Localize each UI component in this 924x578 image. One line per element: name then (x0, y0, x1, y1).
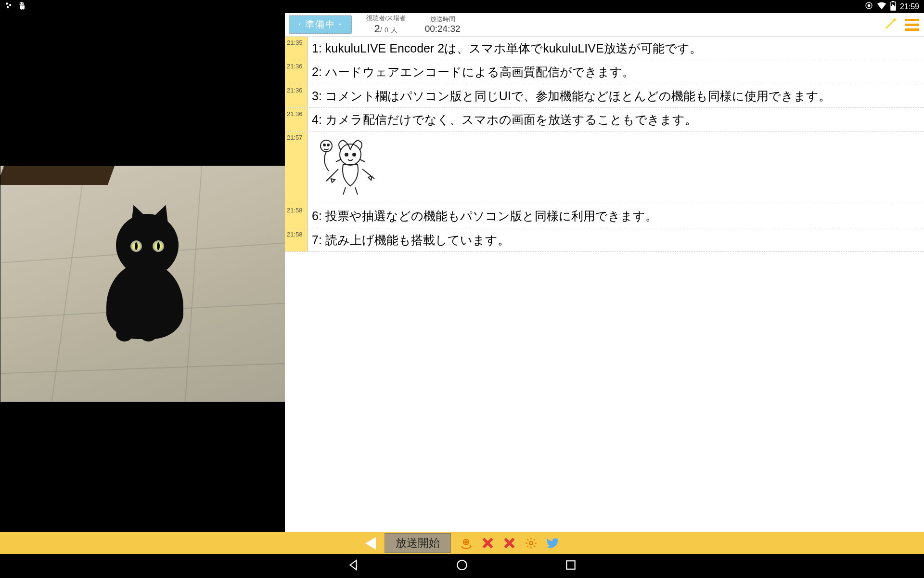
viewers-current: 2 (374, 23, 380, 35)
comment-time: 21:35 (285, 37, 308, 60)
svg-point-1 (9, 4, 12, 6)
right-panel: ・準備中・ 視聴者/来場者 2/ 0 人 放送時間 00:24:32 (285, 13, 710, 445)
viewers-total: 0 (385, 26, 388, 34)
comment-row: 21:36 4: カメラ配信だけでなく、スマホの画面を放送することもできます。 (285, 108, 710, 131)
camera-image (0, 166, 285, 402)
broadcast-time-value: 00:24:32 (425, 24, 461, 34)
svg-point-13 (340, 144, 361, 165)
viewers-label: 視聴者/来場者 (366, 14, 406, 23)
comment-text: 1: kukuluLIVE Encoder 2は、スマホ単体でkukuluLIV… (308, 37, 710, 60)
android-icon (17, 1, 26, 12)
viewers-stat-block: 視聴者/来場者 2/ 0 人 (366, 14, 406, 35)
comment-time: 21:58 (285, 204, 308, 227)
main-area: ・準備中・ 視聴者/来場者 2/ 0 人 放送時間 00:24:32 (0, 13, 710, 445)
comment-row: 21:57 (285, 131, 710, 204)
broadcast-time-label: 放送時間 (425, 15, 461, 24)
comment-text: 4: カメラ配信だけでなく、スマホの画面を放送することもできます。 (308, 108, 710, 131)
comment-time: 21:36 (285, 84, 308, 107)
comment-row: 21:58 7: 読み上げ機能も搭載しています。 (285, 228, 710, 252)
comment-row: 21:36 2: ハードウェアエンコードによる高画質配信ができます。 (285, 60, 710, 84)
comment-text: 6: 投票や抽選などの機能もパソコン版と同様に利用できます。 (308, 204, 710, 227)
comment-time: 21:57 (285, 131, 308, 204)
app-logo-icon (5, 1, 13, 12)
broadcast-time-block: 放送時間 00:24:32 (425, 15, 461, 34)
comment-text: 3: コメント欄はパソコン版と同じUIで、参加機能などほとんどの機能も同様に使用… (308, 84, 710, 107)
comment-row: 21:35 1: kukuluLIVE Encoder 2は、スマホ単体でkuk… (285, 37, 710, 60)
comment-list[interactable]: 21:35 1: kukuluLIVE Encoder 2は、スマホ単体でkuk… (285, 37, 710, 445)
comment-text: 2: ハードウェアエンコードによる高画質配信ができます。 (308, 60, 710, 83)
camera-preview[interactable] (0, 13, 285, 445)
android-status-bar: 21:59 (0, 0, 710, 13)
svg-point-12 (327, 144, 329, 146)
comment-row: 21:36 3: コメント欄はパソコン版と同じUIで、参加機能などほとんどの機能… (285, 84, 710, 108)
svg-point-0 (6, 2, 8, 5)
broadcast-status-badge: ・準備中・ (289, 15, 352, 34)
svg-point-3 (20, 3, 21, 4)
comment-text: 7: 読み上げ機能も搭載しています。 (308, 228, 710, 251)
comment-time: 21:58 (285, 228, 308, 251)
status-bar-left (5, 1, 26, 12)
comment-time: 21:36 (285, 108, 308, 131)
svg-point-14 (345, 153, 348, 156)
right-header: ・準備中・ 視聴者/来場者 2/ 0 人 放送時間 00:24:32 (285, 13, 710, 37)
svg-point-11 (323, 144, 325, 146)
svg-point-2 (7, 6, 9, 8)
anime-doodle-icon (312, 184, 386, 198)
comment-image (308, 131, 710, 204)
comment-time: 21:36 (285, 60, 308, 83)
svg-point-15 (353, 153, 356, 156)
svg-point-4 (23, 3, 24, 4)
comment-row: 21:58 6: 投票や抽選などの機能もパソコン版と同様に利用できます。 (285, 204, 710, 228)
